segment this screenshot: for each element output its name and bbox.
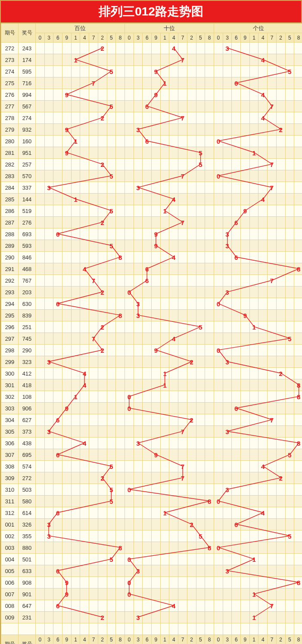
cell-u-9 <box>294 217 302 228</box>
cell-t-7 <box>187 205 196 217</box>
cell-t-3 <box>152 391 161 403</box>
cell-h-6 <box>89 507 98 519</box>
cell-t-3 <box>152 519 161 530</box>
cell-h-1 <box>44 438 53 449</box>
cell-h-2 <box>53 252 62 263</box>
cell-h-8 <box>107 438 116 449</box>
ball: 4 <box>83 440 86 447</box>
cell-h-5 <box>80 298 89 310</box>
cell-h-8 <box>107 449 116 461</box>
cell-t-7 <box>187 577 196 589</box>
cell-h-5 <box>80 228 89 240</box>
cell-t-5 <box>169 124 178 136</box>
cell-h-7: 2 <box>98 321 107 333</box>
ball: 0 <box>128 405 131 412</box>
cell-t-5: 4 <box>169 600 178 612</box>
cell-u-4 <box>249 124 258 136</box>
cell-t-8: 5 <box>196 321 205 333</box>
cell-h-2 <box>53 321 62 333</box>
cell-t-6 <box>178 612 187 623</box>
cell-t-0 <box>125 507 134 519</box>
cell-h-4 <box>71 379 80 391</box>
cell-number: 251 <box>19 321 36 333</box>
foot-digit: 0 <box>36 635 45 644</box>
cell-u-1 <box>223 600 232 612</box>
table-row: 295839839 <box>1 310 302 321</box>
cell-t-2 <box>143 612 152 623</box>
cell-t-5 <box>169 530 178 542</box>
cell-u-6 <box>268 263 277 275</box>
ball: 3 <box>225 428 229 435</box>
cell-u-0: 0 <box>214 170 223 182</box>
cell-h-7 <box>98 194 107 205</box>
cell-t-5 <box>169 438 178 449</box>
cell-t-6 <box>178 136 187 147</box>
ball: 1 <box>163 370 166 377</box>
cell-t-5 <box>169 182 178 194</box>
cell-h-4 <box>71 89 80 101</box>
cell-t-7 <box>187 449 196 461</box>
cell-t-8 <box>196 472 205 484</box>
cell-u-0 <box>214 612 223 623</box>
cell-h-7 <box>98 252 107 263</box>
cell-t-9 <box>205 43 214 54</box>
foot-digit: 3 <box>134 635 143 644</box>
cell-h-6 <box>89 89 98 101</box>
cell-number: 355 <box>19 530 36 542</box>
cell-t-4 <box>160 112 169 124</box>
cell-issue: 002 <box>1 530 19 542</box>
cell-h-3 <box>62 496 72 507</box>
cell-h-0 <box>36 112 45 124</box>
table-row: 307695695 <box>1 449 302 461</box>
cell-t-7 <box>187 554 196 565</box>
cell-h-6 <box>89 240 98 252</box>
cell-issue: 310 <box>1 484 19 496</box>
cell-t-8 <box>196 507 205 519</box>
table-row: 291468468 <box>1 263 302 275</box>
table-row: 006908908 <box>1 577 302 589</box>
cell-t-7 <box>187 321 196 333</box>
cell-h-1 <box>44 612 53 623</box>
cell-t-8 <box>196 66 205 77</box>
cell-h-9 <box>116 577 125 589</box>
ball: 2 <box>100 45 104 52</box>
cell-u-5: 4 <box>258 507 268 519</box>
cell-t-6 <box>178 345 187 356</box>
cell-t-6 <box>178 77 187 89</box>
cell-h-5 <box>80 310 89 321</box>
cell-t-1 <box>134 542 143 554</box>
cell-u-1 <box>223 379 232 391</box>
cell-t-0 <box>125 321 134 333</box>
cell-u-9 <box>294 554 302 565</box>
cell-h-5 <box>80 66 89 77</box>
cell-h-3 <box>62 182 72 194</box>
cell-u-6 <box>268 530 277 542</box>
cell-u-7 <box>276 205 285 217</box>
cell-h-0 <box>36 426 45 438</box>
ball: 2 <box>190 416 193 424</box>
cell-t-5 <box>169 345 178 356</box>
cell-h-8: 5 <box>107 554 116 565</box>
foot-digit: 9 <box>241 635 250 644</box>
cell-t-0: 0 <box>125 484 134 496</box>
cell-u-1 <box>223 170 232 182</box>
cell-u-3 <box>241 77 250 89</box>
cell-h-9 <box>116 194 125 205</box>
cell-h-6 <box>89 194 98 205</box>
cell-u-0 <box>214 461 223 472</box>
cell-u-5 <box>258 449 268 461</box>
cell-t-4: 1 <box>160 205 169 217</box>
cell-t-9 <box>205 589 214 600</box>
cell-t-9 <box>205 275 214 287</box>
cell-u-7 <box>276 356 285 368</box>
cell-h-1 <box>44 89 53 101</box>
cell-h-5 <box>80 159 89 170</box>
cell-u-3 <box>241 228 250 240</box>
cell-t-1 <box>134 449 143 461</box>
cell-h-6 <box>89 356 98 368</box>
cell-t-3 <box>152 263 161 275</box>
ball: 3 <box>225 289 229 296</box>
cell-t-6 <box>178 159 187 170</box>
cell-t-7 <box>187 298 196 310</box>
cell-t-1: 3 <box>134 438 143 449</box>
